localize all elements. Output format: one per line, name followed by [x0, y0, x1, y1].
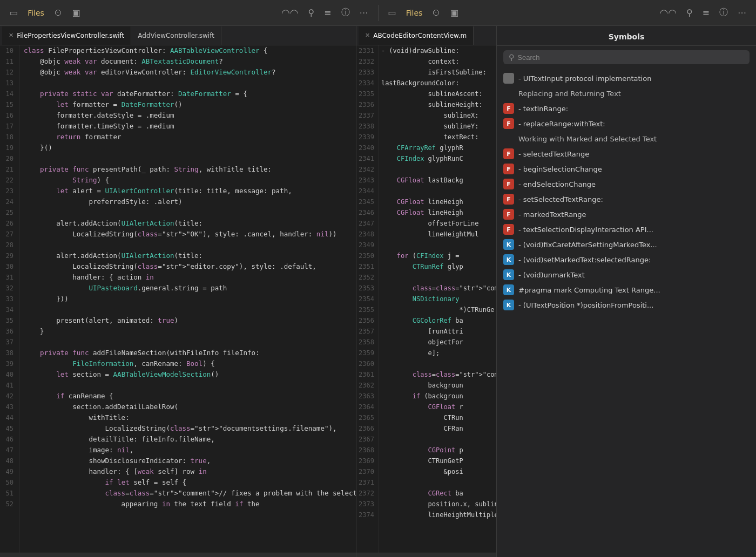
- symbol-badge: K: [503, 284, 514, 295]
- symbol-text: - replaceRange:withText:: [518, 120, 605, 128]
- line-number: 24: [4, 196, 14, 207]
- symbol-item[interactable]: K- (UITextPosition *)positionFromPositi.…: [497, 297, 756, 313]
- right-scrollbar[interactable]: [356, 553, 496, 557]
- left-scrollbar[interactable]: [0, 553, 356, 557]
- line-number: 2336: [359, 99, 374, 110]
- symbols-search-input[interactable]: [517, 53, 744, 62]
- symbol-item[interactable]: F- textSelectionDisplayInteraction API..…: [497, 222, 756, 237]
- line-number: 2348: [359, 229, 374, 240]
- history-icon-left[interactable]: ⏲: [54, 8, 63, 18]
- symbol-item[interactable]: K#pragma mark Computing Text Range...: [497, 282, 756, 297]
- code-line: @objc weak var document: ABTextasticDocu…: [24, 56, 352, 67]
- code-line: *)CTRunGe: [381, 304, 494, 315]
- code-line: CGFloat lastBackg: [381, 175, 494, 186]
- symbol-item[interactable]: F- endSelectionChange: [497, 176, 756, 192]
- zoom-icon-right[interactable]: ◠◠: [659, 7, 676, 18]
- right-line-numbers: 2331233223332334233523362337233823392340…: [356, 45, 379, 553]
- symbol-item[interactable]: F- setSelectedTextRange:: [497, 192, 756, 207]
- code-line: [24, 78, 352, 89]
- line-number: 13: [4, 78, 14, 89]
- symbol-badge: [503, 73, 514, 84]
- files-label-left[interactable]: Files: [28, 9, 44, 17]
- files-label-right[interactable]: Files: [406, 9, 423, 17]
- line-number: 14: [4, 89, 14, 99]
- code-line: [381, 477, 494, 488]
- close-icon-tab-right[interactable]: ✕: [365, 32, 370, 39]
- symbol-text: - beginSelectionChange: [518, 165, 602, 173]
- tab-label-file-properties: FilePropertiesViewController.swift: [17, 32, 124, 39]
- tab-file-properties[interactable]: ✕ FilePropertiesViewController.swift: [2, 26, 131, 45]
- code-line: position.x, sublineY, runWidth, sublineH…: [381, 499, 494, 510]
- code-line: return formatter: [24, 132, 352, 142]
- symbol-item[interactable]: F- markedTextRange: [497, 207, 756, 222]
- line-number: 2366: [359, 423, 374, 434]
- close-icon-tab1[interactable]: ✕: [9, 32, 14, 39]
- line-number: 43: [4, 402, 14, 412]
- code-line: CGColorRef ba: [381, 315, 494, 326]
- line-number: 30: [4, 261, 14, 272]
- line-number: 34: [4, 304, 14, 315]
- symbol-item[interactable]: F- textInRange:: [497, 101, 756, 116]
- line-number: 2358: [359, 337, 374, 348]
- line-number: 20: [4, 153, 14, 164]
- symbol-badge: K: [503, 269, 514, 280]
- symbol-item[interactable]: K- (void)unmarkText: [497, 267, 756, 282]
- more-icon-right[interactable]: ⋯: [738, 8, 746, 18]
- symbol-item[interactable]: F- replaceRange:withText:: [497, 116, 756, 131]
- line-number: 31: [4, 272, 14, 283]
- history-icon-right[interactable]: ⏲: [432, 8, 441, 18]
- search-icon-left[interactable]: ⚲: [308, 8, 314, 18]
- symbol-item[interactable]: F- beginSelectionChange: [497, 161, 756, 176]
- symbol-badge: [503, 133, 514, 144]
- symbol-badge: F: [503, 224, 514, 235]
- sidebar-toggle-icon-left[interactable]: ▭: [10, 8, 18, 18]
- code-line: CFArrayRef glyphR: [381, 142, 494, 153]
- symbol-text: - UITextInput protocol implementation: [518, 74, 651, 83]
- line-number: 2339: [359, 132, 374, 142]
- zoom-icon-left[interactable]: ◠◠: [281, 7, 298, 18]
- list-icon-right[interactable]: ≡: [703, 8, 710, 18]
- symbol-item[interactable]: Working with Marked and Selected Text: [497, 131, 756, 146]
- tab-add-view-controller[interactable]: AddViewController.swift: [131, 26, 221, 45]
- line-number: 45: [4, 423, 14, 434]
- line-number: 2337: [359, 110, 374, 121]
- info-icon-left[interactable]: ⓘ: [341, 7, 350, 18]
- terminal-icon-right[interactable]: ▣: [450, 8, 458, 18]
- code-line: [381, 186, 494, 196]
- code-line: let section = AABTableViewModelSection(): [24, 369, 352, 380]
- code-line: lineHeightMul: [381, 229, 494, 240]
- tab-abcode-editor[interactable]: ✕ ABCodeEditorContentView.m: [359, 26, 474, 45]
- line-number: 2355: [359, 304, 374, 315]
- more-icon-left[interactable]: ⋯: [360, 8, 368, 18]
- symbols-search-bar[interactable]: ⚲: [503, 50, 750, 64]
- symbol-item[interactable]: Replacing and Returning Text: [497, 86, 756, 101]
- symbol-badge: F: [503, 118, 514, 129]
- symbol-item[interactable]: - UITextInput protocol implementation: [497, 71, 756, 86]
- symbols-panel: Symbols ⚲ - UITextInput protocol impleme…: [497, 26, 756, 557]
- code-line: if (backgroun: [381, 391, 494, 402]
- code-line: [runAttri: [381, 326, 494, 337]
- line-number: 10: [4, 45, 14, 56]
- symbol-item[interactable]: F- selectedTextRange: [497, 146, 756, 161]
- right-editor-pane: ✕ ABCodeEditorContentView.m 233123322333…: [356, 26, 497, 557]
- code-line: for (CFIndex j =: [381, 250, 494, 261]
- toolbar: ▭ Files ⏲ ▣ ◠◠ ⚲ ≡ ⓘ ⋯ ▭ Files ⏲ ▣ ◠◠ ⚲ …: [0, 0, 756, 26]
- line-number: 42: [4, 391, 14, 402]
- line-number: 46: [4, 434, 14, 445]
- left-code-area[interactable]: 1011121314151617181920212223242526272829…: [0, 45, 356, 553]
- code-line: if let self = self {: [24, 477, 352, 488]
- symbol-item[interactable]: K- (void)setMarkedText:selectedRange:: [497, 252, 756, 267]
- terminal-icon-left[interactable]: ▣: [72, 8, 80, 18]
- line-number: 2353: [359, 283, 374, 294]
- code-line: [24, 304, 352, 315]
- code-line: CTRun: [381, 412, 494, 423]
- line-number: 2344: [359, 186, 374, 196]
- line-number: 39: [4, 358, 14, 369]
- right-code-content: - (void)drawSubline: context: isFirstSub…: [379, 45, 496, 553]
- sidebar-toggle-icon-right[interactable]: ▭: [388, 8, 396, 18]
- symbol-item[interactable]: K- (void)fixCaretAfterSettingMarkedTex..…: [497, 237, 756, 252]
- search-icon-right[interactable]: ⚲: [686, 8, 693, 18]
- info-icon-right[interactable]: ⓘ: [719, 7, 728, 18]
- list-icon-left[interactable]: ≡: [324, 8, 331, 18]
- right-code-area[interactable]: 2331233223332334233523362337233823392340…: [356, 45, 496, 553]
